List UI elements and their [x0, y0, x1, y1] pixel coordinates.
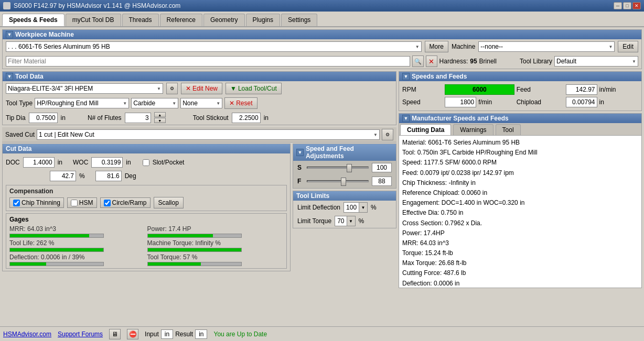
chipload-unit: in	[599, 98, 604, 106]
workpiece-row1: . . . 6061-T6 Series Aluminum 95 HB ▼ Mo…	[3, 39, 641, 54]
material-type-combo[interactable]: Carbide ▼	[131, 98, 178, 108]
deg-input[interactable]	[95, 171, 122, 181]
stickout-input[interactable]	[232, 113, 261, 123]
rpm-value[interactable]: 6000	[445, 84, 514, 95]
status-icon-btn-2[interactable]: ⛔	[127, 329, 138, 339]
filter-material-input[interactable]	[6, 56, 410, 67]
hsm-advisor-link[interactable]: HSMAdvisor.com	[3, 331, 51, 338]
limit-deflection-arrow[interactable]: ▼	[359, 203, 367, 212]
limit-torque-arrow[interactable]: ▼	[347, 216, 355, 226]
f-value[interactable]: 88	[372, 177, 392, 186]
tool-name-combo[interactable]: Niagara-ELITE-3/4" 3Fl HPEM ▼	[6, 83, 163, 94]
tool-torque-gage: Tool Torque: 57 %	[147, 254, 284, 266]
deflection-gage: Deflection: 0.0006 in / 39%	[9, 254, 146, 266]
load-tool-button[interactable]: ▼ Load Tool/Cut	[226, 83, 282, 94]
chipload-input[interactable]	[566, 97, 597, 107]
flutes-up-btn[interactable]: ▲	[154, 112, 166, 117]
machine-combo[interactable]: --none-- ▼	[478, 41, 615, 52]
feed-input[interactable]	[566, 84, 597, 95]
speeds-feeds-collapse-btn[interactable]: ▼	[402, 73, 410, 80]
tool-type-arrow: ▼	[123, 101, 127, 106]
material-combo[interactable]: . . . 6061-T6 Series Aluminum 95 HB ▼	[6, 41, 422, 52]
f-slider-thumb[interactable]	[341, 178, 346, 186]
circle-ramp-label[interactable]: Circle/Ramp	[100, 197, 151, 208]
saved-cut-options-btn[interactable]: ⚙	[382, 129, 393, 140]
n-flutes-input[interactable]	[125, 113, 151, 123]
tool-library-combo[interactable]: Default ▼	[554, 56, 638, 67]
workpiece-collapse-btn[interactable]: ▼	[6, 31, 13, 38]
saved-cut-combo[interactable]: 1 cut | Edit New Cut ▼	[37, 129, 380, 140]
tab-warnings[interactable]: Warnings	[453, 124, 493, 135]
feed-label: Feed	[517, 86, 564, 93]
chip-thinning-label[interactable]: Chip Thinning	[9, 197, 64, 208]
s-slider-thumb[interactable]	[347, 164, 352, 172]
tool-data-collapse-btn[interactable]: ▼	[6, 73, 13, 80]
flutes-down-btn[interactable]: ▼	[154, 118, 166, 123]
chipload-row: in	[566, 97, 639, 107]
s-value[interactable]: 100	[372, 163, 392, 172]
doc-woc-row: DOC in WOC in Slot/Pocket	[3, 156, 290, 169]
hsm-checkbox[interactable]	[71, 200, 78, 206]
content-line-2: Speed: 1177.5 SFM/ 6000.0 RPM	[402, 158, 638, 168]
speeds-feeds-grid: RPM 6000 Feed in/min Speed f/min Chiploa…	[399, 81, 641, 111]
speed-label: Speed	[402, 98, 443, 106]
scallop-button[interactable]: Scallop	[154, 197, 184, 208]
limit-torque-combo[interactable]: 70 ▼	[335, 216, 355, 226]
workpiece-section: ▼ Workpiece Machine . . . 6061-T6 Series…	[2, 29, 642, 69]
tab-plugins[interactable]: Plugins	[246, 14, 280, 26]
limit-torque-value: 70	[335, 217, 346, 225]
close-button[interactable]: ✕	[632, 2, 641, 9]
tip-dia-label: Tip Dia	[6, 114, 26, 122]
tab-cutting-data[interactable]: Cutting Data	[400, 124, 451, 135]
minimize-button[interactable]: ─	[614, 2, 622, 9]
material-combo-arrow: ▼	[415, 45, 420, 49]
tab-settings[interactable]: Settings	[281, 14, 317, 26]
circle-ramp-checkbox[interactable]	[104, 200, 111, 206]
speed-feed-adj-section: ▼ Speed and Feed Adjustments S 100 F	[293, 144, 396, 189]
support-forums-link[interactable]: Support Forums	[58, 331, 103, 338]
machine-torque-progress-container	[147, 248, 242, 252]
content-line-5: Reference Chipload: 0.0060 in	[402, 188, 638, 198]
limit-deflection-combo[interactable]: 100 ▼	[344, 202, 368, 213]
tool-limits-header: Tool Limits	[293, 191, 396, 201]
reset-button[interactable]: ✕ Reset	[224, 97, 257, 109]
more-button[interactable]: More	[425, 41, 448, 52]
filter-search-button[interactable]: 🔍	[412, 56, 424, 67]
machine-edit-button[interactable]: Edit	[618, 41, 638, 52]
filter-clear-button[interactable]: ✕	[426, 56, 437, 67]
status-icon-btn-1[interactable]: 🖥	[109, 329, 121, 339]
tool-type-combo[interactable]: HP/Roughing End Mill ▼	[35, 98, 129, 108]
manufacturer-sf-collapse-btn[interactable]: ▼	[402, 115, 410, 122]
chip-thinning-checkbox[interactable]	[13, 200, 20, 206]
slot-pocket-checkbox[interactable]	[143, 159, 149, 166]
limit-torque-row: Limit Torque 70 ▼ %	[293, 214, 396, 228]
tool-limits-section: Tool Limits Limit Deflection 100 ▼ % Lim…	[293, 191, 396, 228]
doc-input[interactable]	[23, 157, 55, 168]
percent1-input[interactable]	[50, 171, 76, 181]
edit-new-button[interactable]: ✕ Edit New	[181, 83, 222, 94]
tab-threads[interactable]: Threads	[122, 14, 159, 26]
tool-search-button[interactable]: ⚙	[166, 83, 178, 94]
tool-type-label: Tool Type	[6, 100, 33, 107]
speed-adj-collapse-btn[interactable]: ▼	[296, 149, 304, 156]
woc-input[interactable]	[91, 157, 123, 168]
workpiece-header: ▼ Workpiece Machine	[3, 30, 641, 39]
tip-dia-input[interactable]	[29, 113, 58, 123]
tab-speeds-feeds[interactable]: Speeds & Feeds	[2, 14, 65, 26]
speed-feed-adj-header: ▼ Speed and Feed Adjustments	[293, 144, 396, 161]
hsm-label[interactable]: HSM	[67, 197, 97, 208]
tab-reference[interactable]: Reference	[160, 14, 202, 26]
content-line-3: Feed: 0.0079 ipt/ 0.0238 ipr/ 142.97 ipm	[402, 168, 638, 178]
speed-input[interactable]	[445, 97, 476, 107]
tool-library-arrow: ▼	[632, 59, 636, 64]
coating-combo[interactable]: None ▼	[180, 98, 222, 108]
tool-data-header: ▼ Tool Data	[3, 72, 396, 81]
tab-geometry[interactable]: Geometry	[203, 14, 245, 26]
tab-tool[interactable]: Tool	[496, 124, 521, 135]
tab-mycut-tool-db[interactable]: myCut Tool DB	[66, 14, 121, 26]
app-icon	[3, 2, 10, 9]
manufacturer-sf-section: ▼ Manufacturer Speeds and Feeds Cutting …	[399, 113, 642, 288]
f-slider-track[interactable]	[307, 180, 369, 182]
maximize-button[interactable]: □	[623, 2, 631, 9]
s-slider-track[interactable]	[307, 167, 369, 169]
